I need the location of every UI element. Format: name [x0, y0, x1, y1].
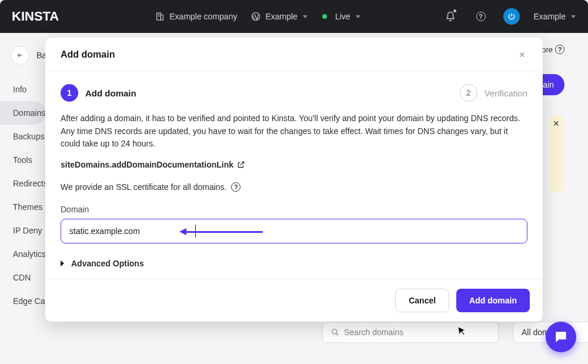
chat-icon [553, 329, 569, 345]
domain-input-label: Domain [61, 205, 527, 214]
advanced-options-toggle[interactable]: Advanced Options [61, 259, 527, 268]
modal-overlay: Add domain 1 Add domain 2 Verification A… [0, 33, 588, 364]
search-icon [331, 328, 339, 336]
chevron-down-icon [570, 14, 576, 19]
ssl-info: We provide an SSL certificate for all do… [61, 182, 527, 192]
add-domain-modal: Add domain 1 Add domain 2 Verification A… [45, 38, 543, 322]
svg-point-5 [332, 329, 337, 334]
cancel-button[interactable]: Cancel [395, 289, 449, 312]
wordpress-icon [251, 12, 260, 21]
close-icon[interactable]: ✕ [553, 119, 560, 128]
documentation-link[interactable]: siteDomains.addDomainDocumentationLink [61, 160, 527, 169]
logo: KINSTA [12, 9, 59, 24]
chevron-right-icon [61, 259, 64, 268]
advanced-options-label: Advanced Options [71, 259, 144, 268]
help-button[interactable]: ? [473, 8, 489, 25]
site-name: Example [265, 12, 297, 21]
close-icon [518, 51, 526, 59]
bell-icon [445, 11, 456, 22]
step-2: 2 Verification [460, 84, 527, 102]
company-selector[interactable]: Example company [155, 12, 237, 21]
company-name: Example company [169, 12, 237, 21]
power-icon [507, 12, 516, 21]
warning-banner: ✕ [549, 115, 563, 192]
sidebar-item-domains[interactable]: Domains [0, 101, 46, 125]
modal-body: After adding a domain, it has to be veri… [45, 106, 543, 279]
help-icon: ? [555, 45, 564, 54]
step-2-label: Verification [485, 88, 527, 98]
top-nav: KINSTA Example company Example Live ? Ex… [0, 0, 588, 33]
annotation-arrow [179, 229, 263, 234]
modal-footer: Cancel Add domain [45, 279, 543, 322]
stepper: 1 Add domain 2 Verification [45, 71, 543, 106]
status-dot-icon [322, 14, 327, 19]
step-2-number: 2 [460, 84, 477, 102]
help-icon[interactable]: ? [231, 182, 240, 192]
doc-link-text: siteDomains.addDomainDocumentationLink [61, 160, 233, 169]
chevron-down-icon [355, 14, 361, 19]
step-1: 1 Add domain [61, 84, 136, 102]
chevron-down-icon [302, 14, 308, 19]
search-domains-input[interactable]: Search domains [322, 322, 499, 343]
user-menu[interactable]: Example [534, 12, 576, 21]
search-placeholder: Search domains [344, 328, 403, 337]
domain-input[interactable] [61, 219, 527, 243]
site-selector[interactable]: Example [251, 12, 308, 21]
back-circle [11, 46, 29, 65]
domain-input-wrap [61, 219, 527, 243]
cursor-icon [457, 325, 469, 337]
chat-launcher[interactable] [546, 322, 576, 352]
help-icon: ? [476, 12, 486, 21]
notifications-button[interactable] [442, 8, 459, 25]
ssl-text: We provide an SSL certificate for all do… [61, 182, 226, 192]
arrow-line [186, 231, 263, 233]
modal-header: Add domain [45, 38, 543, 71]
pointer-icon [457, 325, 469, 337]
arrow-left-icon [16, 52, 24, 59]
env-selector[interactable]: Live [322, 12, 361, 21]
modal-description: After adding a domain, it has to be veri… [61, 112, 527, 151]
user-name: Example [534, 12, 566, 21]
add-domain-submit-button[interactable]: Add domain [456, 289, 530, 312]
external-link-icon [237, 161, 245, 169]
close-button[interactable] [517, 49, 527, 60]
building-icon [155, 12, 165, 21]
step-1-number: 1 [61, 84, 78, 102]
step-1-label: Add domain [85, 88, 136, 98]
power-button[interactable] [503, 8, 520, 25]
env-label: Live [335, 12, 350, 21]
modal-title: Add domain [61, 49, 115, 60]
arrow-head-icon [179, 228, 186, 235]
svg-rect-1 [161, 15, 163, 20]
